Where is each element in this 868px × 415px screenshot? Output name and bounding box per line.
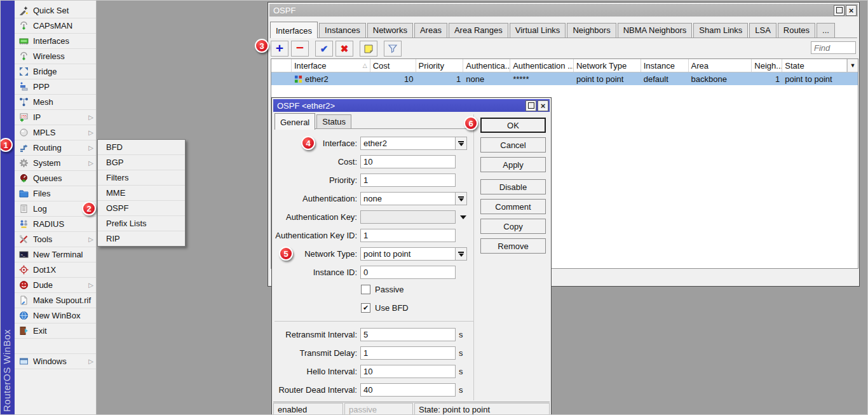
find-input[interactable] xyxy=(811,41,856,54)
sidebar-item-system[interactable]: System▷ xyxy=(15,156,96,171)
field-input-authentication-key-id[interactable] xyxy=(360,229,456,242)
dialog-tab-status[interactable]: Status xyxy=(316,114,351,129)
table-header-neighbors[interactable]: Neigh... xyxy=(752,59,782,72)
sidebar-item-bridge[interactable]: Bridge xyxy=(15,64,96,79)
tab-area-ranges[interactable]: Area Ranges xyxy=(449,23,508,37)
tab-interfaces[interactable]: Interfaces xyxy=(270,22,318,38)
cancel-button[interactable]: Cancel xyxy=(480,137,546,153)
tab-routes[interactable]: Routes xyxy=(778,23,815,37)
sidebar-item-wireless[interactable]: Wireless xyxy=(15,49,96,64)
table-header-network_type[interactable]: Network Type xyxy=(574,59,641,72)
add-button[interactable]: + xyxy=(271,41,288,57)
tab-sham-links[interactable]: Sham Links xyxy=(693,23,748,37)
submenu-item-filters[interactable]: Filters xyxy=(98,170,185,186)
checkbox-use-bfd[interactable]: ✔Use BFD xyxy=(361,303,409,313)
sidebar-item-radius[interactable]: RADIUS xyxy=(15,217,96,232)
table-header-flags[interactable] xyxy=(271,59,292,72)
annotation-circle-3: 3 xyxy=(255,39,269,53)
sidebar-item-label: System xyxy=(33,158,88,168)
apply-button[interactable]: Apply xyxy=(480,157,546,172)
close-icon[interactable]: × xyxy=(846,5,857,16)
checkbox-box[interactable]: ✔ xyxy=(361,303,370,313)
table-header-interface[interactable]: Interface△ xyxy=(292,59,370,72)
sidebar-item-windows[interactable]: Windows▷ xyxy=(15,353,96,369)
table-header-priority[interactable]: Priority xyxy=(416,59,464,72)
sidebar-item-capsman[interactable]: CAPsMAN xyxy=(15,18,96,34)
field-input-interface[interactable] xyxy=(360,137,456,150)
checkbox-passive[interactable]: Passive xyxy=(361,285,404,294)
filter-button[interactable] xyxy=(384,41,402,57)
submenu-item-ospf[interactable]: OSPF xyxy=(98,201,185,216)
sidebar-item-ppp[interactable]: PPP xyxy=(15,79,96,95)
table-header-authentication[interactable]: Authentica... xyxy=(463,59,510,72)
svg-text:255: 255 xyxy=(21,114,27,118)
dropdown-arrow-icon[interactable] xyxy=(460,215,466,219)
sidebar-item-new-terminal[interactable]: >_New Terminal xyxy=(15,247,96,262)
table-header: Interface△CostPriorityAuthentica...Authe… xyxy=(271,59,858,72)
table-row[interactable]: ether2101none*****point to pointdefaultb… xyxy=(271,72,858,85)
sidebar-item-dot1x[interactable]: Dot1X xyxy=(15,262,96,278)
field-input-router-dead-interval[interactable] xyxy=(360,383,456,397)
tab-areas[interactable]: Areas xyxy=(414,23,447,37)
tab-lsa[interactable]: LSA xyxy=(749,23,776,37)
column-chooser-button[interactable]: ▼ xyxy=(847,59,858,72)
field-input-authentication[interactable] xyxy=(360,192,456,205)
tab-instances[interactable]: Instances xyxy=(319,23,366,37)
submenu-item-rip[interactable]: RIP xyxy=(98,231,185,246)
comment-button[interactable] xyxy=(360,41,377,57)
table-header-state[interactable]: State xyxy=(782,59,847,72)
comment-button[interactable]: Comment xyxy=(480,199,546,214)
sidebar-item-files[interactable]: Files xyxy=(15,186,96,201)
copy-button[interactable]: Copy xyxy=(480,219,546,234)
remove-button[interactable]: Remove xyxy=(480,238,546,254)
submenu-item-mme[interactable]: MME xyxy=(98,186,185,201)
table-header-instance[interactable]: Instance xyxy=(641,59,689,72)
sidebar-item-new-winbox[interactable]: New WinBox xyxy=(15,308,96,323)
sidebar-item-quick-set[interactable]: Quick Set xyxy=(15,3,96,18)
cell-value: none xyxy=(466,74,484,84)
table-header-cost[interactable]: Cost xyxy=(370,59,416,72)
tab-neighbors[interactable]: Neighbors xyxy=(567,23,616,37)
tab-networks[interactable]: Networks xyxy=(367,23,413,37)
maximize-icon[interactable] xyxy=(526,100,536,111)
sidebar-item-routing[interactable]: Routing▷ xyxy=(15,140,96,156)
tab-[interactable]: ... xyxy=(817,23,835,37)
field-input-network-type[interactable] xyxy=(360,247,456,261)
tab-nbma-neighbors[interactable]: NBMA Neighbors xyxy=(618,23,693,37)
field-input-hello-interval[interactable] xyxy=(360,365,456,378)
field-input-cost[interactable] xyxy=(360,155,456,168)
disable-button[interactable]: ✖ xyxy=(336,41,353,57)
submenu-item-bgp[interactable]: BGP xyxy=(98,155,185,170)
sidebar-item-dude[interactable]: Dude▷ xyxy=(15,278,96,293)
submenu-item-prefix-lists[interactable]: Prefix Lists xyxy=(98,216,185,231)
row-cell-state: point to point xyxy=(782,72,847,85)
field-input-priority[interactable] xyxy=(360,173,456,187)
maximize-icon[interactable] xyxy=(834,5,844,16)
table-header-area[interactable]: Area xyxy=(689,59,752,72)
sidebar-item-exit[interactable]: Exit xyxy=(15,323,96,339)
enable-button[interactable]: ✔ xyxy=(315,41,333,57)
remove-button[interactable]: − xyxy=(291,41,309,57)
sidebar-item-make-supout-rif[interactable]: Make Supout.rif xyxy=(15,293,96,308)
dialog-tab-general[interactable]: General xyxy=(275,113,315,130)
dropdown-button[interactable] xyxy=(456,192,467,205)
dropdown-button[interactable] xyxy=(456,247,467,261)
sidebar-item-mesh[interactable]: Mesh xyxy=(15,95,96,110)
field-input-retransmit-interval[interactable] xyxy=(360,328,456,341)
sidebar-item-ip[interactable]: 255IP▷ xyxy=(15,110,96,125)
close-icon[interactable]: × xyxy=(538,100,548,111)
sidebar-item-tools[interactable]: Tools▷ xyxy=(15,232,96,247)
table-header-authentication_key[interactable]: Authentication ... xyxy=(510,59,574,72)
dropdown-button[interactable] xyxy=(456,137,467,150)
submenu-item-bfd[interactable]: BFD xyxy=(98,140,185,155)
field-input-transmit-delay[interactable] xyxy=(360,346,456,360)
sidebar-item-queues[interactable]: Queues xyxy=(15,171,96,186)
field-input-instance-id[interactable] xyxy=(360,266,456,279)
sidebar-item-mpls[interactable]: MPLS▷ xyxy=(15,125,96,140)
checkbox-box[interactable] xyxy=(361,285,370,294)
field-input-authentication-key[interactable] xyxy=(360,210,456,224)
sidebar-item-interfaces[interactable]: Interfaces xyxy=(15,34,96,49)
tab-virtual-links[interactable]: Virtual Links xyxy=(510,23,566,37)
disable-button[interactable]: Disable xyxy=(480,179,546,194)
ok-button[interactable]: OK xyxy=(480,118,546,133)
